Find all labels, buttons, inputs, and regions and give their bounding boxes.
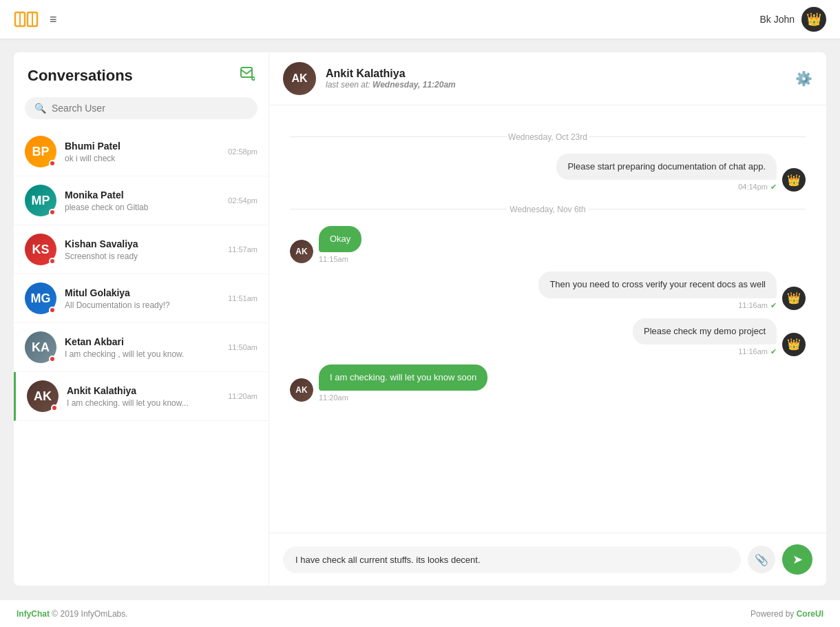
conv-info: Mitul Golakiya All Documentation is read… (65, 287, 222, 310)
list-item[interactable]: KA Ketan Akbari I am checking , will let… (14, 323, 269, 372)
msg-bubble: I am checking. will let you know soon (319, 364, 487, 391)
conv-preview: All Documentation is ready!? (65, 300, 222, 310)
date-label: Wednesday, Oct 23rd (501, 132, 594, 142)
msg-bubble: Please check my demo project (633, 318, 777, 345)
conv-avatar: KA (25, 331, 56, 363)
msg-avatar-placeholder: AK (290, 240, 313, 263)
send-button[interactable]: ➤ (782, 544, 812, 575)
chat-panel: AK Ankit Kalathiya last seen at: Wednesd… (269, 52, 826, 586)
hamburger-icon[interactable]: ≡ (50, 13, 57, 25)
conv-info: Bhumi Patel ok i will check (65, 141, 222, 163)
crown-emoji: 👑 (787, 291, 801, 305)
top-nav: ≡ Bk John 👑 (0, 0, 840, 39)
conv-avatar: MP (25, 185, 56, 216)
search-icon: 🔍 (34, 103, 46, 114)
conv-name: Mitul Golakiya (65, 287, 222, 298)
search-input[interactable] (52, 103, 248, 114)
footer-right: Powered by CoreUI (750, 609, 823, 619)
chat-header: AK Ankit Kalathiya last seen at: Wednesd… (269, 52, 826, 105)
footer-powered-text: Powered by (750, 609, 797, 619)
footer-brand: InfyChat (17, 609, 50, 619)
message-row: Please start preparing documentation of … (290, 154, 806, 192)
list-item[interactable]: AK Ankit Kalathiya I am checking. will l… (14, 372, 269, 421)
conv-name: Bhumi Patel (65, 141, 222, 152)
crown-emoji: 👑 (787, 338, 801, 351)
conv-info: Ketan Akbari I am checking , will let yo… (65, 336, 222, 359)
online-dot (49, 307, 56, 314)
message-row: AK I am checking. will let you know soon… (290, 364, 806, 402)
conv-time: 11:50am (228, 343, 258, 351)
nav-left: ≡ (14, 10, 57, 29)
msg-time: 11:16am✔ (538, 301, 777, 310)
search-box: 🔍 (25, 97, 258, 119)
nav-right: Bk John 👑 (759, 7, 826, 32)
send-icon: ➤ (792, 552, 803, 567)
msg-bubble-wrapper: Please check my demo project 11:16am✔ (633, 318, 777, 356)
message-row: AK Okay 11:15am (290, 226, 806, 263)
msg-crown-avatar: 👑 (782, 333, 806, 356)
attachment-button[interactable]: 📎 (748, 546, 775, 573)
msg-time: 11:16am✔ (633, 347, 777, 356)
msg-bubble: Okay (319, 226, 361, 252)
conv-preview: I am checking. will let you know... (67, 398, 222, 408)
chat-last-seen: last seen at: Wednesday, 11:20am (326, 80, 456, 90)
msg-bubble-wrapper: Then you need to cross verify your recen… (538, 271, 777, 309)
msg-bubble-wrapper: Please start preparing documentation of … (556, 154, 777, 192)
settings-icon[interactable]: ⚙️ (795, 70, 812, 87)
crown-emoji: 👑 (787, 174, 801, 187)
conversation-list: BP Bhumi Patel ok i will check 02:58pm M… (14, 127, 269, 586)
footer-copyright: © 2019 InfyOmLabs. (52, 609, 127, 619)
footer-left: InfyChat © 2019 InfyOmLabs. (17, 609, 128, 619)
conv-avatar: MG (25, 282, 56, 314)
conv-time: 02:54pm (228, 196, 258, 205)
conv-info: Ankit Kalathiya I am checking. will let … (67, 385, 222, 408)
conv-name: Monika Patel (65, 189, 222, 201)
logo-icon (14, 10, 39, 29)
date-label: Wednesday, Nov 6th (503, 205, 592, 214)
msg-time: 11:20am (319, 393, 487, 402)
user-avatar[interactable]: 👑 (801, 7, 826, 32)
conv-preview: please check on Gitlab (65, 203, 222, 212)
conversations-panel: Conversations 🔍 BP (14, 52, 269, 586)
conversations-header: Conversations (14, 52, 269, 92)
msg-bubble: Then you need to cross verify your recen… (538, 271, 777, 298)
conv-name: Ketan Akbari (65, 336, 222, 347)
date-divider: Wednesday, Oct 23rd (290, 130, 806, 143)
footer: InfyChat © 2019 InfyOmLabs. Powered by C… (0, 599, 840, 627)
chat-header-left: AK Ankit Kalathiya last seen at: Wednesd… (283, 62, 456, 95)
conv-info: Kishan Savaliya Screenshot is ready (65, 238, 222, 261)
conv-preview: I am checking , will let you know. (65, 349, 222, 359)
message-row: Then you need to cross verify your recen… (290, 271, 806, 309)
conv-info: Monika Patel please check on Gitlab (65, 189, 222, 212)
conv-preview: Screenshot is ready (65, 251, 222, 261)
conv-time: 11:51am (228, 294, 258, 302)
conv-time: 02:58pm (228, 147, 258, 156)
online-dot (49, 258, 56, 265)
msg-time: 11:15am (319, 255, 361, 263)
delivered-icon: ✔ (770, 347, 777, 356)
delivered-icon: ✔ (770, 183, 777, 191)
compose-icon[interactable] (240, 66, 255, 85)
chat-contact-name: Ankit Kalathiya (326, 68, 456, 80)
msg-crown-avatar: 👑 (782, 287, 806, 310)
chat-contact-info: Ankit Kalathiya last seen at: Wednesday,… (326, 68, 456, 90)
list-item[interactable]: MG Mitul Golakiya All Documentation is r… (14, 274, 269, 323)
list-item[interactable]: BP Bhumi Patel ok i will check 02:58pm (14, 127, 269, 176)
msg-avatar: AK (290, 378, 313, 402)
svg-rect-4 (241, 68, 252, 77)
conv-name: Kishan Savaliya (65, 238, 222, 249)
message-row: Please check my demo project 11:16am✔ 👑 (290, 318, 806, 356)
conv-preview: ok i will check (65, 154, 222, 163)
message-input[interactable] (283, 546, 741, 573)
chat-contact-avatar: AK (283, 62, 316, 95)
conversations-title: Conversations (28, 67, 133, 85)
delivered-icon: ✔ (770, 301, 777, 309)
online-dot (49, 356, 56, 362)
messages-area: Wednesday, Oct 23rd Please start prepari… (269, 105, 826, 533)
list-item[interactable]: KS Kishan Savaliya Screenshot is ready 1… (14, 225, 269, 274)
list-item[interactable]: MP Monika Patel please check on Gitlab 0… (14, 176, 269, 225)
date-divider: Wednesday, Nov 6th (290, 203, 806, 215)
footer-coreui: CoreUI (797, 609, 823, 619)
conv-avatar: BP (25, 136, 56, 167)
crown-emoji: 👑 (806, 12, 821, 27)
